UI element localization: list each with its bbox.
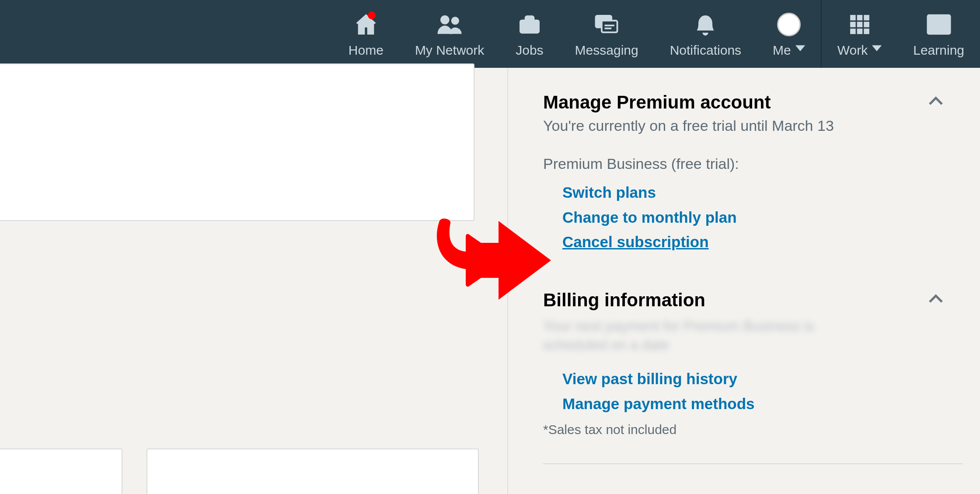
svg-rect-9 xyxy=(864,15,868,20)
home-icon xyxy=(354,11,378,39)
nav-group-secondary: Work Learning xyxy=(822,0,980,68)
nav-item-messaging[interactable]: Messaging xyxy=(559,0,654,68)
nav-label-jobs: Jobs xyxy=(516,43,543,58)
notification-badge-dot xyxy=(368,11,376,19)
billing-separator xyxy=(543,463,963,464)
nav-label-messaging: Messaging xyxy=(575,43,638,58)
section-billing: Billing information Your next payment fo… xyxy=(543,285,963,464)
annotation-arrow xyxy=(424,212,555,310)
nav-item-notifications[interactable]: Notifications xyxy=(654,0,757,68)
chevron-up-icon xyxy=(927,92,945,110)
svg-point-1 xyxy=(452,18,459,24)
collapse-toggle-billing[interactable] xyxy=(927,290,945,310)
nav-label-work: Work xyxy=(837,43,868,58)
premium-title: Manage Premium account xyxy=(543,92,963,113)
svg-rect-10 xyxy=(851,22,855,26)
caret-down-icon xyxy=(795,43,805,53)
left-card-top xyxy=(0,63,474,221)
nav-group-primary: Home My Network Jobs xyxy=(333,0,821,68)
avatar xyxy=(777,11,801,39)
change-monthly-link[interactable]: Change to monthly plan xyxy=(562,205,963,230)
premium-link-list: Switch plans Change to monthly plan Canc… xyxy=(543,180,963,255)
caret-down-icon xyxy=(872,43,882,53)
nav-label-me: Me xyxy=(773,43,791,58)
notifications-icon xyxy=(693,11,718,39)
premium-subtitle: You're currently on a free trial until M… xyxy=(543,117,963,134)
billing-tax-note: *Sales tax not included xyxy=(543,422,963,437)
section-manage-premium: Manage Premium account You're currently … xyxy=(543,68,963,255)
left-card-bottom-1 xyxy=(0,448,122,494)
nav-label-notifications: Notifications xyxy=(670,43,741,58)
svg-rect-13 xyxy=(851,29,855,33)
manage-payment-methods-link[interactable]: Manage payment methods xyxy=(562,392,963,417)
right-panel: Manage Premium account You're currently … xyxy=(507,68,980,494)
learning-icon xyxy=(926,11,952,39)
nav-label-learning: Learning xyxy=(913,43,964,58)
nav-item-jobs[interactable]: Jobs xyxy=(500,0,559,68)
view-billing-history-link[interactable]: View past billing history xyxy=(562,367,963,392)
svg-rect-4 xyxy=(602,21,617,32)
billing-link-list: View past billing history Manage payment… xyxy=(543,367,963,416)
svg-rect-8 xyxy=(857,15,861,20)
switch-plans-link[interactable]: Switch plans xyxy=(562,180,963,205)
work-apps-icon xyxy=(849,11,871,39)
nav-item-me[interactable]: Me xyxy=(757,0,821,68)
svg-point-0 xyxy=(441,16,449,23)
svg-rect-12 xyxy=(864,22,868,26)
cancel-subscription-link[interactable]: Cancel subscription xyxy=(562,230,963,255)
svg-rect-7 xyxy=(851,15,855,20)
nav-item-network[interactable]: My Network xyxy=(399,0,500,68)
svg-rect-15 xyxy=(864,29,868,33)
messaging-icon xyxy=(594,11,619,39)
content-area: Manage Premium account You're currently … xyxy=(0,68,980,494)
top-nav: Home My Network Jobs xyxy=(0,0,980,68)
svg-rect-2 xyxy=(520,20,539,32)
jobs-icon xyxy=(517,11,542,39)
nav-item-learning[interactable]: Learning xyxy=(897,0,980,68)
nav-item-work[interactable]: Work xyxy=(822,0,897,68)
collapse-toggle-premium[interactable] xyxy=(927,92,945,112)
left-card-bottom-2 xyxy=(146,448,479,494)
svg-rect-11 xyxy=(857,22,861,26)
network-icon xyxy=(436,11,463,39)
svg-rect-14 xyxy=(857,29,861,33)
nav-item-home[interactable]: Home xyxy=(333,0,399,68)
billing-title: Billing information xyxy=(543,290,963,311)
nav-label-home: Home xyxy=(349,43,384,58)
nav-label-network: My Network xyxy=(415,43,484,58)
premium-plan-label: Premium Business (free trial): xyxy=(543,155,963,172)
chevron-up-icon xyxy=(927,290,945,308)
billing-redacted-text: Your next payment for Premium Business i… xyxy=(543,317,880,354)
